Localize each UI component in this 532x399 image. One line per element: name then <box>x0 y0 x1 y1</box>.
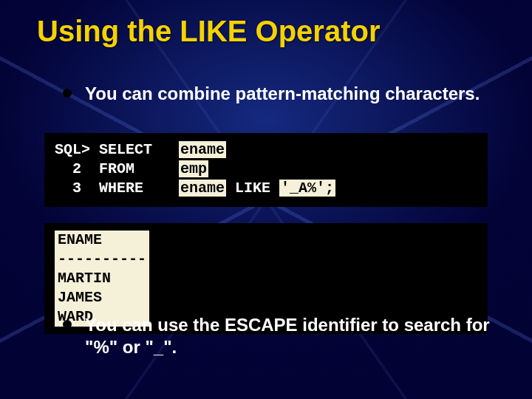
sql-query-box: SQL> SELECT ename 2 FROM emp 3 WHERE ena… <box>44 133 488 207</box>
sql-code: SQL> SELECT ename 2 FROM emp 3 WHERE ena… <box>55 140 477 198</box>
bullet-icon <box>63 89 72 98</box>
bullet-escape: You can use the ESCAPE identifier to sea… <box>85 314 495 358</box>
slide: Using the LIKE Operator You can combine … <box>0 0 532 399</box>
bullet-combine: You can combine pattern-matching charact… <box>85 83 495 105</box>
result-output: ENAME ---------- MARTIN JAMES WARD <box>55 231 477 327</box>
bullet-text: You can combine pattern-matching charact… <box>85 83 480 103</box>
bullet-text: You can use the ESCAPE identifier to sea… <box>85 315 490 357</box>
page-title: Using the LIKE Operator <box>37 15 502 47</box>
bullet-icon <box>63 320 72 329</box>
